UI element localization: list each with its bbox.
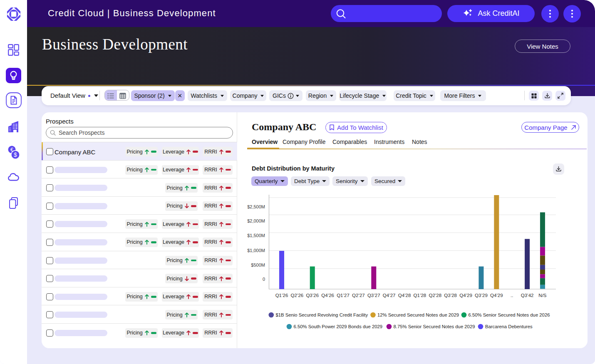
svg-text:$1,000M: $1,000M — [247, 248, 265, 253]
svg-text:Barcarena Debentures: Barcarena Debentures — [485, 324, 533, 329]
svg-text:Q3’26: Q3’26 — [306, 293, 319, 298]
svg-text:$2,000M: $2,000M — [247, 218, 265, 223]
svg-text:12% Secured Secured Notes due: 12% Secured Secured Notes due 2029 — [377, 312, 459, 317]
svg-text:N/S: N/S — [538, 293, 547, 298]
svg-text:$1B Senio Secured Revolving Cr: $1B Senio Secured Revolving Credit Facil… — [276, 312, 368, 317]
svg-text:0: 0 — [263, 277, 265, 282]
svg-text:Q4’26: Q4’26 — [321, 293, 334, 298]
svg-text:Q4’28: Q4’28 — [398, 293, 411, 298]
svg-text:8.75% Senior Secured Notes due: 8.75% Senior Secured Notes due 2029 — [394, 324, 475, 329]
svg-text:Q1’26: Q1’26 — [275, 293, 288, 298]
svg-text:$500M: $500M — [251, 262, 265, 267]
svg-text:Q3’27: Q3’27 — [367, 293, 380, 298]
svg-text:Q4’29: Q4’29 — [459, 293, 472, 298]
svg-text:$2,500M: $2,500M — [247, 204, 265, 209]
svg-text:Q4’27: Q4’27 — [383, 293, 396, 298]
svg-text:Q1’27: Q1’27 — [337, 293, 350, 298]
svg-text:$: $ — [14, 151, 17, 158]
svg-text:6.50% South Power 2029 Bonds d: 6.50% South Power 2029 Bonds due 2029 — [294, 324, 383, 329]
svg-text:$1,500M: $1,500M — [247, 233, 265, 238]
svg-text:Q3’29: Q3’29 — [475, 293, 488, 298]
svg-text:Q3’42: Q3’42 — [521, 293, 534, 298]
svg-text:Q2’26: Q2’26 — [291, 293, 304, 298]
svg-text:Q4’29: Q4’29 — [490, 293, 503, 298]
svg-text:Q2’28: Q2’28 — [429, 293, 441, 298]
svg-text:Q1’28: Q1’28 — [414, 293, 426, 298]
svg-text:6.50% Senior Secured Notes due: 6.50% Senior Secured Notes due 2026 — [469, 312, 550, 317]
svg-text:Q2’27: Q2’27 — [352, 293, 365, 298]
svg-text:..: .. — [511, 293, 513, 298]
svg-text:Q3’28: Q3’28 — [444, 293, 457, 298]
